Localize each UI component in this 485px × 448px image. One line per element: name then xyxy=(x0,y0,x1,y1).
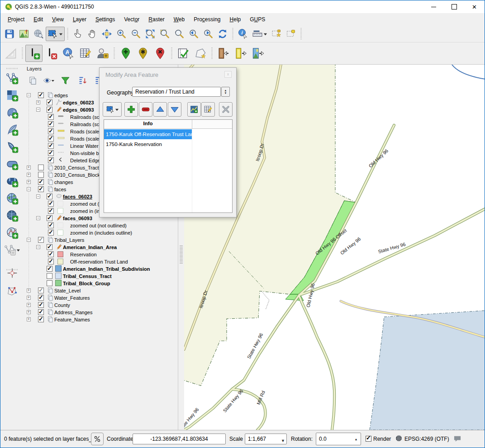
dialog-close-list-button[interactable] xyxy=(219,102,233,117)
render-checkbox[interactable]: ✓ xyxy=(366,436,371,442)
collapse-icon[interactable]: − xyxy=(36,216,40,220)
crs-globe-icon[interactable] xyxy=(395,434,403,442)
layer-checkbox[interactable]: ✓ xyxy=(48,128,54,134)
layer-label[interactable]: zoomed out (not outlined) xyxy=(70,222,127,229)
dialog-move-up-button[interactable] xyxy=(153,102,167,117)
title-bar[interactable]: QGIS 2.8.3-Wien - 49901171750 ✕ xyxy=(0,0,485,13)
dialog-close-icon[interactable]: x xyxy=(224,71,232,78)
measure-button-dropdown-icon[interactable] xyxy=(263,30,267,38)
collapse-icon[interactable]: − xyxy=(36,245,40,249)
dialog-delete-record-button[interactable] xyxy=(139,102,152,117)
zoom-to-layer-button[interactable] xyxy=(172,27,186,41)
dialog-select-tool-button[interactable] xyxy=(103,102,122,117)
layer-label[interactable]: edges_06093 xyxy=(63,106,94,113)
modify-area-feature-button[interactable] xyxy=(192,45,209,62)
layer-label[interactable]: Water_Features xyxy=(54,294,90,302)
layer-checkbox[interactable]: ✓ xyxy=(38,302,44,308)
layer-checkbox[interactable]: ✓ xyxy=(48,230,54,236)
new-bookmark-button[interactable] xyxy=(269,27,284,41)
collapse-icon[interactable]: − xyxy=(27,238,31,242)
scale-combo[interactable]: 1:1,667▼ xyxy=(245,434,287,444)
menu-layer[interactable]: Layer xyxy=(68,14,91,24)
menu-vector[interactable]: Vector xyxy=(119,14,144,24)
collapse-icon[interactable]: − xyxy=(27,187,31,191)
layer-checkbox[interactable]: ✓ xyxy=(47,215,52,221)
layer-checkbox[interactable]: ✓ xyxy=(38,316,44,322)
validate-map-button[interactable] xyxy=(175,45,192,62)
messages-bubble-icon[interactable] xyxy=(453,434,462,443)
delete-point-button[interactable] xyxy=(152,45,169,62)
info-table-row[interactable]: 1750-Karuk Off-Reservation Trust Land xyxy=(104,129,192,139)
add-wms-layer-button[interactable] xyxy=(4,190,20,207)
expand-icon[interactable]: + xyxy=(27,310,31,314)
layer-checkbox[interactable]: ✓ xyxy=(47,193,52,199)
expand-all-button[interactable] xyxy=(76,75,88,86)
layer-label[interactable]: zoomed in (in xyxy=(70,207,100,215)
layer-checkbox[interactable]: ✓ xyxy=(38,92,44,98)
collapse-icon[interactable]: − xyxy=(36,108,40,112)
layer-checkbox[interactable]: ✓ xyxy=(48,136,54,141)
layer-label[interactable]: Deleted Edge xyxy=(70,157,100,164)
splitter-grip[interactable] xyxy=(180,245,183,264)
zoom-last-button[interactable] xyxy=(186,27,201,41)
expand-icon[interactable]: + xyxy=(27,173,31,177)
layer-label[interactable]: Non-visible b xyxy=(70,150,99,157)
new-map-button[interactable] xyxy=(17,27,31,41)
info-column-header[interactable]: Info xyxy=(104,121,192,126)
zoom-to-selection-button[interactable] xyxy=(157,27,172,41)
layer-checkbox[interactable]: ✓ xyxy=(48,143,54,149)
expand-icon[interactable]: + xyxy=(27,180,31,184)
add-group-button[interactable] xyxy=(27,75,38,86)
menu-edit[interactable]: Edit xyxy=(29,14,48,24)
layer-label[interactable]: changes xyxy=(54,179,73,186)
add-linear-feature-button[interactable] xyxy=(25,45,43,62)
modify-point-button[interactable] xyxy=(134,45,152,62)
info-table-row[interactable]: 1750-Karuk Reservation xyxy=(104,139,192,149)
export-map-button[interactable] xyxy=(249,45,266,62)
add-oracle-layer-button[interactable] xyxy=(4,156,20,172)
layer-label[interactable]: Railroads (sc xyxy=(70,113,99,121)
expand-icon[interactable]: + xyxy=(27,303,31,307)
layer-label[interactable]: zoomed out ( xyxy=(70,200,99,207)
expand-icon[interactable]: + xyxy=(27,317,31,321)
layer-checkbox[interactable]: ✓ xyxy=(38,237,44,243)
touch-zoom-button[interactable] xyxy=(71,27,85,41)
layer-label[interactable]: Tribal_Block_Group xyxy=(63,280,110,287)
layer-checkbox[interactable]: ✓ xyxy=(48,259,54,264)
layer-label[interactable]: edges xyxy=(54,92,68,99)
layer-checkbox[interactable]: ✓ xyxy=(48,157,54,163)
menu-raster[interactable]: Raster xyxy=(144,14,169,24)
add-postgis-layer-button[interactable] xyxy=(4,104,20,121)
expand-icon[interactable]: + xyxy=(27,165,31,170)
layer-label[interactable]: State_Level xyxy=(54,287,81,294)
minimize-button[interactable] xyxy=(423,0,444,13)
layer-checkbox[interactable]: ✓ xyxy=(48,201,54,207)
zoom-full-button[interactable] xyxy=(143,27,157,41)
layer-checkbox[interactable]: ✓ xyxy=(38,295,44,301)
expand-icon[interactable]: + xyxy=(27,288,31,292)
export-project-button[interactable] xyxy=(232,45,249,62)
geography-combo[interactable]: Reservation / Trust Land xyxy=(132,87,221,97)
collapse-icon[interactable]: − xyxy=(36,194,40,198)
layer-label[interactable]: 2010_Census_Tract xyxy=(54,164,99,171)
layer-label[interactable]: edges_06023 xyxy=(63,99,94,106)
filter-legend-button[interactable] xyxy=(59,75,71,86)
menu-settings[interactable]: Settings xyxy=(91,14,119,24)
layer-label[interactable]: Roads (scale xyxy=(70,128,99,135)
import-project-button[interactable] xyxy=(215,45,232,62)
snapping-target-button[interactable] xyxy=(4,265,20,281)
layer-label[interactable]: Address_Ranges xyxy=(54,309,92,316)
layer-checkbox[interactable]: ✓ xyxy=(47,99,52,105)
menu-view[interactable]: View xyxy=(48,14,68,24)
select-rectangle-tool-button[interactable] xyxy=(46,27,65,41)
dialog-add-record-button[interactable] xyxy=(124,102,138,117)
layer-label[interactable]: Roads (scale xyxy=(70,135,99,142)
zoom-in-button[interactable] xyxy=(114,27,128,41)
layer-checkbox[interactable]: ✓ xyxy=(48,121,54,127)
add-vector-layer-button[interactable] xyxy=(4,70,20,86)
expand-icon[interactable]: + xyxy=(36,100,40,104)
layer-label[interactable]: Railroads (sc xyxy=(70,121,99,128)
expand-icon[interactable]: + xyxy=(27,296,31,300)
coordinate-toggle-button[interactable] xyxy=(91,433,104,445)
layer-label[interactable]: Linear Water xyxy=(70,142,99,150)
